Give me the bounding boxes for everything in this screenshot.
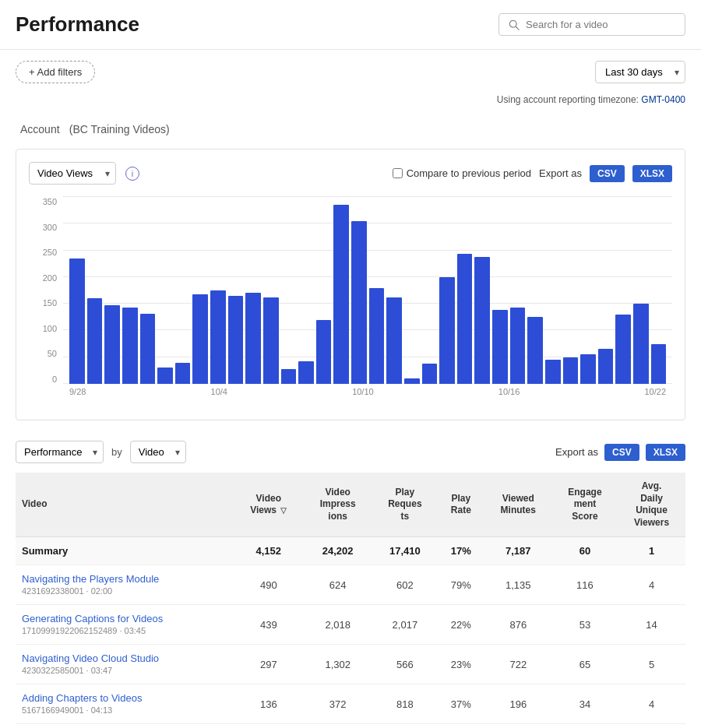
- chart-export-csv-button[interactable]: CSV: [590, 165, 625, 182]
- summary-play-rate: 17%: [438, 537, 484, 565]
- video-select[interactable]: Video: [130, 441, 186, 463]
- chart-bar-4: [140, 314, 156, 385]
- table-controls-right: Export as CSV XLSX: [555, 444, 685, 461]
- date-range-select[interactable]: Last 30 days Last 7 days Last 90 days Cu…: [595, 61, 685, 83]
- table-row: Generating Captions for Videos 171099919…: [16, 605, 685, 645]
- summary-video-views: 4,152: [234, 537, 304, 565]
- video-link-1[interactable]: Generating Captions for Videos: [22, 613, 227, 624]
- performance-select-wrap: Performance: [16, 441, 104, 463]
- chart-bar-28: [563, 357, 579, 384]
- video-select-wrap: Video: [130, 441, 186, 463]
- chart-bar-27: [545, 360, 561, 384]
- chart-bar-24: [492, 310, 508, 384]
- video-link-0[interactable]: Navigating the Players Module: [22, 573, 227, 585]
- timezone-text: Using account reporting timezone:: [497, 94, 639, 105]
- chart-bar-25: [510, 308, 526, 384]
- table-controls: Performance by Video Export as CSV XLSX: [16, 431, 685, 473]
- timezone-link[interactable]: GMT-0400: [641, 94, 685, 105]
- table-row: Adding Chapters to Videos 5167166949001 …: [16, 684, 685, 724]
- row-video-views-3: 136: [234, 684, 304, 724]
- video-link-2[interactable]: Navigating Video Cloud Studio: [22, 652, 227, 664]
- x-label-1022: 10/22: [644, 387, 666, 407]
- chart-bar-21: [439, 277, 455, 384]
- chart-bar-15: [333, 205, 349, 384]
- chart-controls: Video Views i Compare to previous period…: [29, 162, 672, 185]
- chart-bar-31: [615, 315, 631, 384]
- search-box[interactable]: [498, 13, 685, 36]
- chart-bar-6: [175, 363, 191, 384]
- row-play-requests-2: 566: [372, 645, 438, 684]
- video-cell-2: Navigating Video Cloud Studio 4230322585…: [16, 645, 234, 684]
- chart-bar-9: [228, 296, 244, 384]
- chart-bar-14: [316, 320, 332, 384]
- col-play-requests: PlayRequests: [372, 473, 438, 537]
- row-avg-daily-1: 14: [618, 605, 685, 645]
- row-avg-daily-2: 5: [618, 645, 685, 684]
- summary-engagement: 60: [552, 537, 618, 565]
- x-label-104: 10/4: [211, 387, 227, 407]
- row-play-rate-2: 23%: [438, 645, 484, 684]
- row-viewed-minutes-0: 1,135: [484, 565, 552, 605]
- info-icon[interactable]: i: [125, 167, 139, 181]
- compare-label: Compare to previous period: [407, 167, 531, 179]
- chart-bar-8: [210, 290, 226, 384]
- chart-bar-29: [580, 354, 596, 384]
- x-label-1010: 10/10: [352, 387, 374, 407]
- table-export-csv-button[interactable]: CSV: [604, 444, 639, 461]
- chart-plot: [63, 197, 672, 384]
- row-play-requests-0: 602: [372, 565, 438, 605]
- video-id-1: 17109991922062152489 · 03:45: [22, 626, 146, 635]
- chart-bar-10: [245, 293, 261, 384]
- export-as-label: Export as: [539, 167, 582, 179]
- x-label-928: 9/28: [69, 387, 86, 407]
- chart-bar-3: [122, 308, 138, 384]
- chart-bar-20: [422, 364, 438, 384]
- y-axis: 0 50 100 150 200 250 300 350: [29, 197, 60, 384]
- performance-select[interactable]: Performance: [16, 441, 104, 463]
- search-input[interactable]: [526, 19, 675, 30]
- chart-bar-19: [404, 378, 420, 384]
- table-section: Performance by Video Export as CSV XLSX …: [16, 431, 685, 724]
- col-video-impressions: VideoImpressions: [304, 473, 372, 537]
- y-label-300: 300: [29, 223, 60, 232]
- summary-avg-daily: 1: [618, 537, 685, 565]
- row-impressions-1: 2,018: [304, 605, 372, 645]
- row-impressions-2: 1,302: [304, 645, 372, 684]
- metric-select-wrap: Video Views: [29, 162, 116, 185]
- table-row: Navigating Video Cloud Studio 4230322585…: [16, 645, 685, 684]
- chart-export-xlsx-button[interactable]: XLSX: [632, 165, 672, 182]
- summary-row: Summary 4,152 24,202 17,410 17% 7,187 60…: [16, 537, 685, 565]
- summary-play-requests: 17,410: [372, 537, 438, 565]
- chart-bar-7: [192, 294, 208, 384]
- row-play-rate-3: 37%: [438, 684, 484, 724]
- account-title: Account (BC Training Videos): [16, 118, 685, 138]
- y-label-0: 0: [29, 375, 60, 384]
- chart-bar-0: [69, 258, 85, 384]
- compare-checkbox[interactable]: [393, 168, 403, 178]
- row-engagement-3: 34: [552, 684, 618, 724]
- row-play-rate-1: 22%: [438, 605, 484, 645]
- video-link-3[interactable]: Adding Chapters to Videos: [22, 692, 227, 704]
- row-engagement-0: 116: [552, 565, 618, 605]
- row-play-requests-3: 818: [372, 684, 438, 724]
- row-engagement-1: 53: [552, 605, 618, 645]
- chart-bar-12: [281, 369, 297, 384]
- col-video-views[interactable]: VideoViews ▽: [234, 473, 304, 537]
- chart-bar-17: [369, 288, 385, 384]
- by-label: by: [108, 446, 125, 458]
- table-header: Video VideoViews ▽ VideoImpressions Play…: [16, 473, 685, 537]
- summary-impressions: 24,202: [304, 537, 372, 565]
- chart-bar-26: [527, 317, 543, 384]
- account-section: Account (BC Training Videos): [0, 111, 701, 138]
- metric-select[interactable]: Video Views: [29, 162, 116, 185]
- table-export-xlsx-button[interactable]: XLSX: [646, 444, 685, 461]
- x-axis: 9/28 10/4 10/10 10/16 10/22: [63, 387, 672, 407]
- chart-bar-1: [87, 298, 103, 384]
- add-filters-button[interactable]: + Add filters: [16, 61, 95, 83]
- compare-checkbox-label[interactable]: Compare to previous period: [393, 167, 531, 179]
- date-range-select-wrap: Last 30 days Last 7 days Last 90 days Cu…: [595, 61, 685, 83]
- row-video-views-2: 297: [234, 645, 304, 684]
- video-cell-1: Generating Captions for Videos 171099919…: [16, 605, 234, 645]
- chart-bar-32: [633, 304, 649, 384]
- chart-bar-33: [651, 344, 667, 384]
